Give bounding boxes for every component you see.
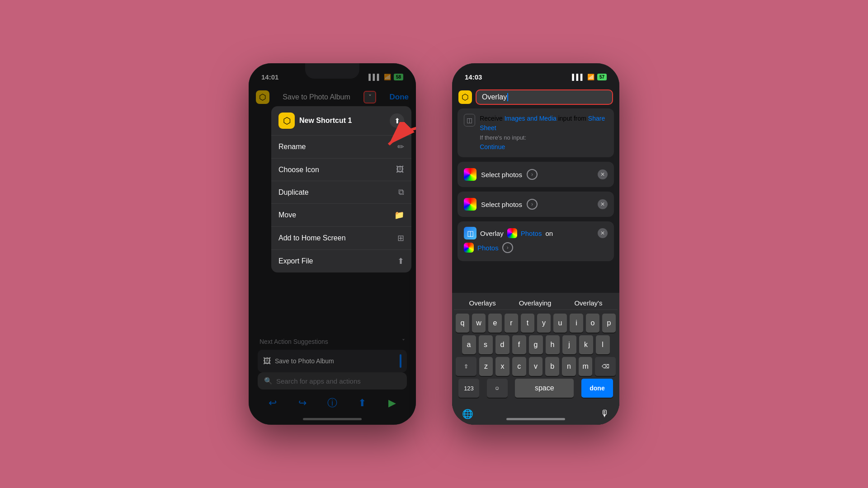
circle-arrow-1[interactable]: › bbox=[527, 169, 538, 180]
key-t[interactable]: t bbox=[521, 314, 534, 333]
key-delete[interactable]: ⌫ bbox=[595, 357, 616, 376]
folder-icon: 📁 bbox=[394, 210, 404, 220]
remove-overlay[interactable]: ✕ bbox=[598, 228, 608, 238]
key-d[interactable]: d bbox=[495, 335, 509, 354]
receive-text-2: Receive Images and Media input from Shar… bbox=[480, 114, 608, 152]
image-icon: 🖼 bbox=[396, 165, 404, 174]
dropdown-header-left: ⬡ New Shortcut 1 bbox=[278, 113, 352, 129]
key-space[interactable]: space bbox=[515, 379, 574, 398]
keyboard-row-3: ⇧ z x c v b n m ⌫ bbox=[456, 357, 616, 376]
no-input-text: If there's no input: bbox=[480, 134, 526, 141]
shortcut-icon: ⬡ bbox=[278, 113, 295, 129]
status-bar-2: 14:03 ▌▌▌ 📶 57 bbox=[452, 63, 619, 86]
time-2: 14:03 bbox=[465, 73, 482, 81]
key-f[interactable]: f bbox=[512, 335, 526, 354]
suggestion-overlays2[interactable]: Overlay's bbox=[574, 299, 602, 307]
phone-2: 14:03 ▌▌▌ 📶 57 ⬡ Overlay ◫ bbox=[452, 63, 619, 425]
shortcut-name: New Shortcut 1 bbox=[299, 117, 352, 125]
phone2-content: ◫ Receive Images and Media input from Sh… bbox=[452, 108, 619, 266]
key-s[interactable]: s bbox=[479, 335, 493, 354]
photos-icon-1 bbox=[464, 168, 476, 181]
keyboard: Overlays Overlaying Overlay's q w e r t … bbox=[452, 293, 619, 425]
key-l[interactable]: l bbox=[596, 335, 610, 354]
select-photos-left-2: Select photos › bbox=[464, 198, 538, 211]
menu-item-export[interactable]: Export File ⬆ bbox=[271, 250, 411, 272]
key-b[interactable]: b bbox=[545, 357, 559, 376]
home-indicator-2 bbox=[506, 418, 565, 420]
key-a[interactable]: a bbox=[462, 335, 476, 354]
keyboard-suggestions: Overlays Overlaying Overlay's bbox=[454, 296, 618, 310]
menu-item-duplicate[interactable]: Duplicate ⧉ bbox=[271, 181, 411, 204]
select-photos-card-2: Select photos › ✕ bbox=[458, 192, 614, 217]
menu-item-move[interactable]: Move 📁 bbox=[271, 204, 411, 227]
key-u[interactable]: u bbox=[553, 314, 567, 333]
wifi-icon-2: 📶 bbox=[587, 74, 594, 80]
plus-square-icon: ⊞ bbox=[397, 233, 404, 243]
suggestion-overlaying[interactable]: Overlaying bbox=[519, 299, 552, 307]
overlay-text: Overlay bbox=[480, 230, 504, 237]
key-emoji[interactable]: ☺ bbox=[487, 379, 508, 398]
select-photos-card-1: Select photos › ✕ bbox=[458, 162, 614, 187]
key-m[interactable]: m bbox=[579, 357, 593, 376]
keyboard-row-1: q w e r t y u i o p bbox=[456, 314, 616, 333]
on-text: on bbox=[545, 230, 553, 237]
photos-blue-2: Photos bbox=[477, 244, 499, 252]
suggestion-overlays[interactable]: Overlays bbox=[469, 299, 496, 307]
signal-icon-2: ▌▌▌ bbox=[572, 74, 585, 80]
key-z[interactable]: z bbox=[479, 357, 493, 376]
key-x[interactable]: x bbox=[495, 357, 509, 376]
key-w[interactable]: w bbox=[472, 314, 486, 333]
phone2-app-icon: ⬡ bbox=[458, 90, 472, 104]
select-photos-label-1: Select photos bbox=[481, 171, 522, 178]
key-y[interactable]: y bbox=[537, 314, 551, 333]
duplicate-icon: ⧉ bbox=[398, 188, 404, 197]
continue-text-2: Continue bbox=[480, 143, 505, 150]
keyboard-row-2: a s d f g h j k l bbox=[456, 335, 616, 354]
red-arrow bbox=[380, 122, 416, 158]
keyboard-bottom-row: 123 ☺ space done bbox=[456, 379, 616, 407]
select-photos-label-2: Select photos bbox=[481, 201, 522, 208]
key-i[interactable]: i bbox=[570, 314, 583, 333]
remove-select-2[interactable]: ✕ bbox=[598, 199, 608, 209]
key-g[interactable]: g bbox=[529, 335, 543, 354]
photos-icon-2 bbox=[464, 198, 476, 211]
circle-arrow-3[interactable]: › bbox=[502, 242, 513, 253]
shortcut-name-input[interactable]: Overlay bbox=[476, 89, 613, 105]
overlay-icon: ◫ bbox=[464, 227, 476, 239]
receive-icon-2: ◫ bbox=[464, 114, 475, 127]
circle-arrow-2[interactable]: › bbox=[527, 199, 538, 210]
key-shift[interactable]: ⇧ bbox=[456, 357, 476, 376]
overlay-card: ◫ Overlay Photos on ✕ Photos › bbox=[458, 221, 614, 261]
key-j[interactable]: j bbox=[562, 335, 576, 354]
phone2-header: ⬡ Overlay bbox=[452, 86, 619, 108]
photos-blue-1: Photos bbox=[521, 230, 542, 237]
overlay-row-1: ◫ Overlay Photos on ✕ bbox=[464, 227, 608, 239]
overlay-row-2: Photos › bbox=[464, 242, 608, 253]
photos-icon-4 bbox=[464, 243, 474, 253]
cursor bbox=[507, 93, 508, 101]
key-q[interactable]: q bbox=[456, 314, 469, 333]
globe-icon[interactable]: 🌐 bbox=[462, 408, 473, 419]
key-123[interactable]: 123 bbox=[458, 379, 479, 398]
key-o[interactable]: o bbox=[586, 314, 599, 333]
receive-card-2: ◫ Receive Images and Media input from Sh… bbox=[458, 108, 614, 157]
key-p[interactable]: p bbox=[602, 314, 616, 333]
key-e[interactable]: e bbox=[488, 314, 502, 333]
key-n[interactable]: n bbox=[562, 357, 576, 376]
key-done[interactable]: done bbox=[581, 379, 613, 398]
menu-item-choose-icon[interactable]: Choose Icon 🖼 bbox=[271, 159, 411, 181]
menu-item-add-home[interactable]: Add to Home Screen ⊞ bbox=[271, 227, 411, 250]
images-media-text: Images and Media bbox=[505, 115, 557, 122]
key-c[interactable]: c bbox=[512, 357, 526, 376]
input-from: input from bbox=[558, 115, 586, 122]
key-r[interactable]: r bbox=[505, 314, 518, 333]
key-v[interactable]: v bbox=[529, 357, 543, 376]
remove-select-1[interactable]: ✕ bbox=[598, 169, 608, 179]
input-text: Overlay bbox=[482, 93, 507, 101]
key-k[interactable]: k bbox=[579, 335, 593, 354]
phone-1: 14:01 ▌▌▌ 📶 58 ⬡ Save to Photo Album ˅ D… bbox=[249, 63, 416, 425]
select-photos-left-1: Select photos › bbox=[464, 168, 538, 181]
battery-2: 57 bbox=[597, 74, 607, 80]
key-h[interactable]: h bbox=[546, 335, 560, 354]
mic-icon[interactable]: 🎙 bbox=[600, 408, 609, 419]
